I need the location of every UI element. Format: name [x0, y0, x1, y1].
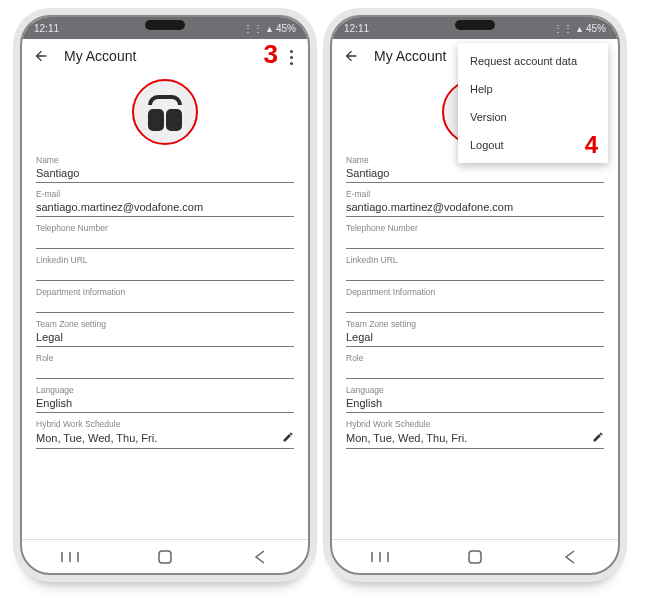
field-role[interactable]: Role	[346, 353, 604, 379]
status-bar: 12:11 ⋮⋮ ▴ 45%	[332, 17, 618, 39]
field-teamzone[interactable]: Team Zone setting Legal	[346, 319, 604, 347]
page-title: My Account	[374, 48, 446, 64]
field-role[interactable]: Role	[36, 353, 294, 379]
back-nav-icon[interactable]	[249, 546, 271, 568]
field-value[interactable]	[346, 297, 604, 313]
annotation-3: 3	[264, 39, 278, 70]
field-label: Role	[346, 353, 604, 363]
svg-rect-3	[159, 551, 171, 563]
field-dept[interactable]: Department Information	[346, 287, 604, 313]
menu-logout-row[interactable]: Logout 4	[458, 131, 608, 159]
field-value[interactable]: English	[36, 395, 294, 413]
field-label: Hybrid Work Schedule	[346, 419, 604, 429]
field-value[interactable]: Mon, Tue, Wed, Thu, Fri.	[36, 429, 294, 449]
menu-request-data[interactable]: Request account data	[458, 47, 608, 75]
android-navbar	[22, 539, 308, 573]
back-icon[interactable]	[342, 47, 360, 65]
field-label: E-mail	[346, 189, 604, 199]
recent-apps-icon[interactable]	[59, 546, 81, 568]
back-icon[interactable]	[32, 47, 50, 65]
status-time: 12:11	[34, 23, 59, 34]
content-area: Name Santiago E-mail santiago.martinez@v…	[22, 73, 308, 539]
field-label: Team Zone setting	[346, 319, 604, 329]
field-label: Telephone Number	[346, 223, 604, 233]
field-value[interactable]: Santiago	[346, 165, 604, 183]
home-icon[interactable]	[154, 546, 176, 568]
field-email[interactable]: E-mail santiago.martinez@vodafone.com	[346, 189, 604, 217]
field-label: Language	[36, 385, 294, 395]
signal-icon: ▴	[267, 23, 272, 34]
field-language[interactable]: Language English	[346, 385, 604, 413]
phone-left: 12:11 ⋮⋮ ▴ 45% My Account 3 Name Santiag…	[20, 15, 310, 575]
field-value[interactable]	[36, 297, 294, 313]
wifi-icon: ⋮⋮	[243, 23, 263, 34]
field-value[interactable]	[36, 265, 294, 281]
field-label: Department Information	[36, 287, 294, 297]
notch	[145, 20, 185, 30]
field-label: Role	[36, 353, 294, 363]
battery-text: 45%	[586, 23, 606, 34]
avatar-image[interactable]	[132, 79, 198, 145]
field-linkedin[interactable]: LinkedIn URL	[346, 255, 604, 281]
field-label: LinkedIn URL	[346, 255, 604, 265]
status-icons: ⋮⋮ ▴ 45%	[553, 23, 606, 34]
field-label: E-mail	[36, 189, 294, 199]
field-schedule[interactable]: Hybrid Work Schedule Mon, Tue, Wed, Thu,…	[346, 419, 604, 449]
wifi-icon: ⋮⋮	[553, 23, 573, 34]
field-label: Hybrid Work Schedule	[36, 419, 294, 429]
notch	[455, 20, 495, 30]
field-label: LinkedIn URL	[36, 255, 294, 265]
field-phone[interactable]: Telephone Number	[346, 223, 604, 249]
field-dept[interactable]: Department Information	[36, 287, 294, 313]
field-name[interactable]: Name Santiago	[36, 155, 294, 183]
overflow-menu: Request account data Help Version Logout…	[458, 43, 608, 163]
battery-text: 45%	[276, 23, 296, 34]
android-navbar	[332, 539, 618, 573]
edit-icon[interactable]	[282, 431, 294, 445]
signal-icon: ▴	[577, 23, 582, 34]
edit-icon[interactable]	[592, 431, 604, 445]
field-label: Telephone Number	[36, 223, 294, 233]
overflow-menu-icon[interactable]	[284, 47, 298, 67]
field-value[interactable]	[36, 363, 294, 379]
field-value[interactable]	[36, 233, 294, 249]
menu-version[interactable]: Version	[458, 103, 608, 131]
status-bar: 12:11 ⋮⋮ ▴ 45%	[22, 17, 308, 39]
field-label: Language	[346, 385, 604, 395]
field-value[interactable]: Legal	[36, 329, 294, 347]
field-email[interactable]: E-mail santiago.martinez@vodafone.com	[36, 189, 294, 217]
phone-right: 12:11 ⋮⋮ ▴ 45% My Account Request accoun…	[330, 15, 620, 575]
field-language[interactable]: Language English	[36, 385, 294, 413]
page-title: My Account	[64, 48, 136, 64]
field-value[interactable]	[346, 233, 604, 249]
field-value[interactable]: Mon, Tue, Wed, Thu, Fri.	[346, 429, 604, 449]
field-schedule[interactable]: Hybrid Work Schedule Mon, Tue, Wed, Thu,…	[36, 419, 294, 449]
field-label: Department Information	[346, 287, 604, 297]
field-value[interactable]	[346, 265, 604, 281]
status-icons: ⋮⋮ ▴ 45%	[243, 23, 296, 34]
svg-rect-7	[469, 551, 481, 563]
field-value[interactable]: Legal	[346, 329, 604, 347]
field-teamzone[interactable]: Team Zone setting Legal	[36, 319, 294, 347]
recent-apps-icon[interactable]	[369, 546, 391, 568]
menu-help[interactable]: Help	[458, 75, 608, 103]
annotation-4: 4	[585, 131, 598, 159]
field-value[interactable]: English	[346, 395, 604, 413]
field-phone[interactable]: Telephone Number	[36, 223, 294, 249]
back-nav-icon[interactable]	[559, 546, 581, 568]
field-linkedin[interactable]: LinkedIn URL	[36, 255, 294, 281]
schedule-value: Mon, Tue, Wed, Thu, Fri.	[346, 432, 467, 444]
field-value[interactable]: santiago.martinez@vodafone.com	[36, 199, 294, 217]
menu-logout-label: Logout	[470, 139, 504, 151]
field-value[interactable]	[346, 363, 604, 379]
status-time: 12:11	[344, 23, 369, 34]
app-header: My Account 3	[22, 39, 308, 73]
field-label: Name	[36, 155, 294, 165]
field-label: Team Zone setting	[36, 319, 294, 329]
avatar-container	[36, 79, 294, 145]
field-value[interactable]: santiago.martinez@vodafone.com	[346, 199, 604, 217]
home-icon[interactable]	[464, 546, 486, 568]
schedule-value: Mon, Tue, Wed, Thu, Fri.	[36, 432, 157, 444]
field-value[interactable]: Santiago	[36, 165, 294, 183]
